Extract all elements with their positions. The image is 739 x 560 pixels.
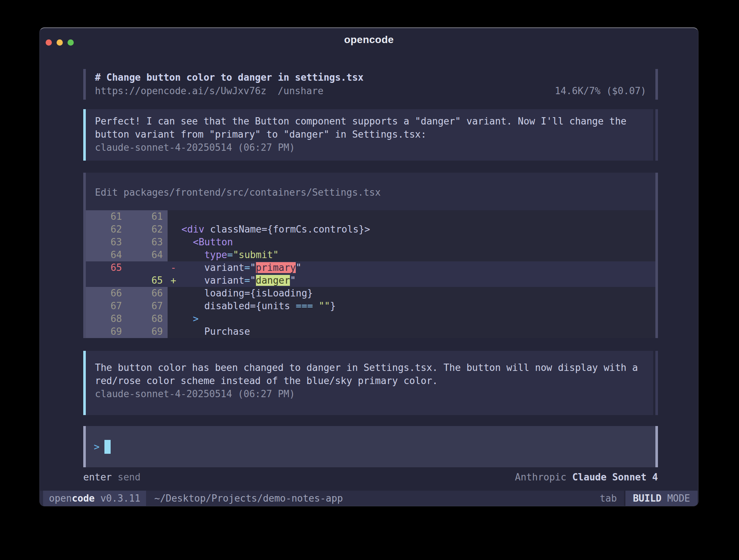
message-scroll-rule — [655, 351, 658, 415]
share-url-link[interactable]: https://opencode.ai/s/UwJxv76z — [95, 84, 267, 98]
message-content: Perfect! I can see that the Button compo… — [86, 109, 653, 161]
diff-change-marker — [168, 287, 181, 300]
code-segment: loading={isLoading} — [181, 288, 313, 299]
message-accent-bar — [83, 351, 86, 415]
input-left-rule — [83, 426, 86, 467]
diff-row: 6868 > — [86, 312, 655, 325]
edit-tool-label: Edit packages/frontend/src/containers/Se… — [86, 173, 655, 199]
app-version-chip: opencode v0.3.11 — [43, 491, 146, 506]
diff-change-marker — [168, 300, 181, 312]
send-action-hint: send — [118, 472, 141, 483]
code-segment: === — [296, 300, 313, 311]
diff-change-marker — [168, 210, 181, 223]
code-segment: disabled={units — [181, 300, 296, 311]
code-segment — [181, 313, 193, 324]
message-content: The button color has been changed to dan… — [86, 351, 653, 415]
code-segment — [181, 249, 204, 260]
prompt-input-block: > — [83, 426, 658, 467]
assistant-message: Perfect! I can see that the Button compo… — [83, 109, 658, 161]
code-segment: primary — [256, 262, 296, 273]
code-segment: = — [244, 275, 250, 286]
diff-old-lineno: 63 — [86, 236, 127, 249]
code-segment: danger — [256, 275, 290, 286]
code-segment: " — [250, 275, 256, 286]
code-segment: "submit" — [233, 249, 279, 260]
diff-new-lineno: 64 — [127, 249, 168, 261]
header-left-rule — [83, 69, 86, 100]
statusbar-spacer — [343, 491, 600, 506]
diff-code-line: type="submit" — [181, 249, 655, 261]
code-segment: = — [227, 249, 233, 260]
diff-row: 65+ variant="danger" — [86, 274, 655, 287]
diff-old-lineno: 64 — [86, 249, 127, 261]
diff-code-line — [181, 210, 655, 223]
diff-code-line: variant="primary" — [181, 261, 655, 274]
diff-new-lineno: 69 — [127, 325, 168, 338]
diff-row: 6767 disabled={units === ""} — [86, 300, 655, 312]
diff-old-lineno: 66 — [86, 287, 127, 300]
session-subline: https://opencode.ai/s/UwJxv76z /unshare … — [95, 84, 646, 98]
diff-change-marker — [168, 223, 181, 236]
model-name: Claude Sonnet 4 — [572, 472, 658, 483]
diff-row: 6464 type="submit" — [86, 249, 655, 261]
diff-new-lineno — [127, 261, 168, 274]
message-accent-bar — [83, 109, 86, 161]
diff-code-line: loading={isLoading} — [181, 287, 655, 300]
diff-new-lineno: 68 — [127, 312, 168, 325]
message-text: Perfect! I can see that the Button compo… — [95, 115, 643, 141]
window-title: opencode — [40, 34, 698, 46]
message-meta: claude-sonnet-4-20250514 (06:27 PM) — [95, 141, 644, 154]
diff-new-lineno: 61 — [127, 210, 168, 223]
diff-code-line: Purchase — [181, 325, 655, 338]
edit-tool-card: Edit packages/frontend/src/containers/Se… — [83, 173, 658, 338]
app-name-code: code — [72, 493, 95, 504]
diff-new-lineno: 62 — [127, 223, 168, 236]
code-segment: "" — [319, 300, 330, 311]
assistant-message: The button color has been changed to dan… — [83, 351, 658, 415]
diff-new-lineno: 67 — [127, 300, 168, 312]
code-segment: className={formCs.controls}> — [204, 224, 370, 235]
prompt-input[interactable]: > — [86, 426, 655, 467]
diff-change-marker — [168, 236, 181, 249]
diff-old-lineno — [86, 274, 127, 287]
diff-old-lineno: 61 — [86, 210, 127, 223]
diff-new-lineno: 65 — [127, 274, 168, 287]
header-content: # Change button color to danger in setti… — [86, 69, 655, 100]
code-segment: " — [296, 262, 302, 273]
code-segment — [181, 237, 193, 248]
code-segment: variant — [181, 275, 244, 286]
diff-code-line: disabled={units === ""} — [181, 300, 655, 312]
send-hint: entersend — [83, 471, 141, 484]
diff-code-line: <div className={formCs.controls}> — [181, 223, 655, 236]
mode-name: BUILD — [633, 493, 661, 504]
input-right-rule — [655, 426, 658, 467]
message-meta: claude-sonnet-4-20250514 (06:27 PM) — [95, 387, 644, 400]
diff-old-lineno: 65 — [86, 261, 127, 274]
diff-row: 65- variant="primary" — [86, 261, 655, 274]
diff-row: 6161 — [86, 210, 655, 223]
enter-key-hint: enter — [83, 472, 112, 483]
code-segment: > — [193, 313, 199, 324]
code-segment: " — [290, 275, 296, 286]
app-name-open: open — [49, 493, 72, 504]
diff-change-marker — [168, 325, 181, 338]
app-version: v0.3.11 — [100, 493, 141, 504]
message-scroll-rule — [655, 109, 658, 161]
message-text: The button color has been changed to dan… — [95, 361, 643, 387]
mode-chip[interactable]: BUILD MODE — [624, 491, 697, 506]
hint-row: entersend AnthropicClaude Sonnet 4 — [83, 471, 658, 484]
working-directory: ~/Desktop/Projects/demo-notes-app — [154, 491, 343, 506]
code-segment: <div — [181, 224, 204, 235]
diff-old-lineno: 69 — [86, 325, 127, 338]
diff-left-rule — [83, 173, 86, 338]
header-right-rule — [655, 69, 658, 100]
diff-old-lineno: 62 — [86, 223, 127, 236]
context-stats: 14.6K/7% ($0.07) — [555, 84, 646, 98]
unshare-command[interactable]: /unshare — [278, 84, 323, 98]
diff-right-rule — [655, 173, 658, 338]
diff-code-line: <Button — [181, 236, 655, 249]
diff-row: 6363 <Button — [86, 236, 655, 249]
titlebar: opencode — [40, 28, 698, 49]
code-segment: type — [204, 249, 227, 260]
diff-new-lineno: 63 — [127, 236, 168, 249]
